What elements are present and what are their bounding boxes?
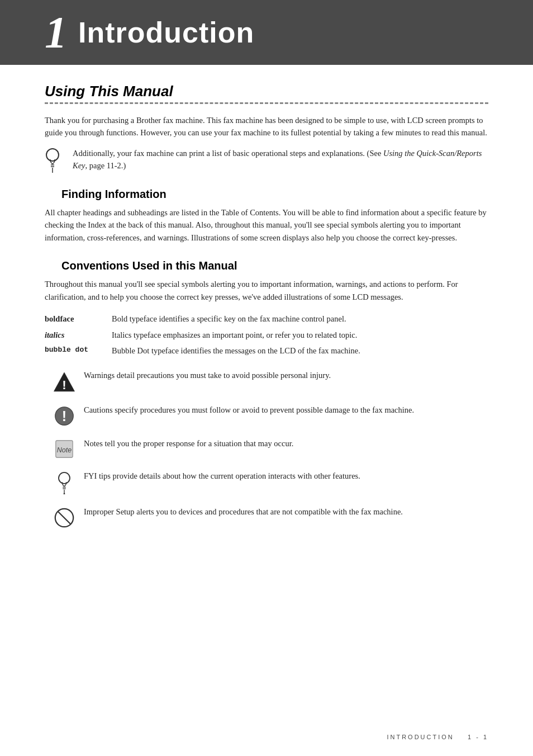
warning-text: Warnings detail precautions you must tak… <box>84 369 488 381</box>
svg-point-0 <box>46 149 59 161</box>
caution-icon-row: ! Cautions specify procedures you must f… <box>45 404 488 426</box>
fyi-icon-cell <box>45 470 84 494</box>
svg-text:Note: Note <box>57 446 72 454</box>
footer-label: INTRODUCTION <box>387 734 454 740</box>
term-bubble-dot: bubble dot <box>45 343 112 358</box>
caution-icon: ! <box>54 406 74 426</box>
improper-setup-icon <box>54 508 74 528</box>
note-icon-cell: Note <box>45 437 84 459</box>
fyi-note-icon <box>45 148 65 168</box>
caution-text: Cautions specify procedures you must fol… <box>84 404 488 416</box>
svg-text:!: ! <box>62 408 66 424</box>
using-this-manual-section: Using This Manual Thank you for purchasi… <box>45 83 488 172</box>
def-bubble-dot: Bubble Dot typeface identifies the messa… <box>112 343 488 358</box>
warning-icon-cell: ! <box>45 369 84 393</box>
conventions-body: Throughout this manual you'll see specia… <box>45 278 488 303</box>
note-text-row: Notes tell you the proper response for a… <box>84 437 488 450</box>
improper-text: Improper Setup alerts you to devices and… <box>84 505 488 518</box>
table-row: italics Italics typeface emphasizes an i… <box>45 327 488 343</box>
fyi-bulb-icon <box>56 472 72 494</box>
chapter-title: Introduction <box>78 16 254 49</box>
page: 1 Introduction Using This Manual Thank y… <box>0 0 533 756</box>
def-boldface: Bold typeface identifies a specific key … <box>112 311 488 327</box>
svg-line-17 <box>58 512 70 524</box>
chapter-header: 1 Introduction <box>0 0 533 65</box>
caution-icon-cell: ! <box>45 404 84 426</box>
improper-icon-cell <box>45 505 84 528</box>
table-row: boldface Bold typeface identifies a spec… <box>45 311 488 327</box>
svg-point-4 <box>52 172 53 173</box>
svg-text:!: ! <box>62 377 66 391</box>
finding-information-section: Finding Information All chapter headings… <box>45 188 488 244</box>
fyi-note-text: Additionally, your fax machine can print… <box>73 147 488 172</box>
page-footer: INTRODUCTION 1 - 1 <box>387 734 488 740</box>
svg-point-11 <box>59 472 70 484</box>
intro-body: Thank you for purchasing a Brother fax m… <box>45 114 488 139</box>
chapter-number: 1 <box>45 10 67 55</box>
using-this-manual-title: Using This Manual <box>45 83 488 100</box>
section-divider <box>45 102 488 104</box>
note-icon-row: Note Notes tell you the proper response … <box>45 437 488 459</box>
finding-information-body: All chapter headings and subheadings are… <box>45 206 488 244</box>
conventions-section: Conventions Used in this Manual Througho… <box>45 259 488 527</box>
warning-icon-row: ! Warnings detail precautions you must t… <box>45 369 488 393</box>
term-boldface: boldface <box>45 311 112 327</box>
fyi-note-block: Additionally, your fax machine can print… <box>45 147 488 172</box>
note-square-icon: Note <box>55 440 74 459</box>
table-row: bubble dot Bubble Dot typeface identifie… <box>45 343 488 358</box>
convention-table: boldface Bold typeface identifies a spec… <box>45 311 488 358</box>
fyi-text: FYI tips provide details about how the c… <box>84 470 488 482</box>
conventions-title: Conventions Used in this Manual <box>61 259 488 272</box>
footer-page: 1 - 1 <box>468 734 488 740</box>
improper-icon-row: Improper Setup alerts you to devices and… <box>45 505 488 528</box>
fyi-icon-row: FYI tips provide details about how the c… <box>45 470 488 494</box>
term-italics: italics <box>45 327 112 343</box>
warning-icon: ! <box>53 371 75 393</box>
svg-point-15 <box>64 493 65 494</box>
def-italics: Italics typeface emphasizes an important… <box>112 327 488 343</box>
finding-information-title: Finding Information <box>61 188 488 201</box>
